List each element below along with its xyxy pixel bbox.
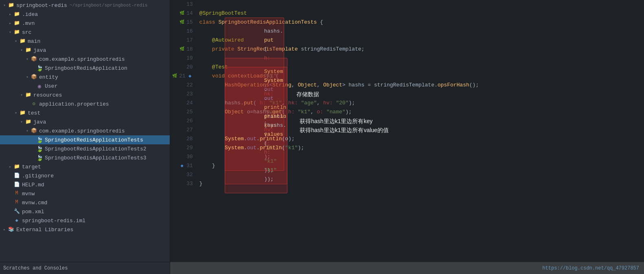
- arrow-icon: ▸: [7, 164, 13, 169]
- folder-icon: 📁: [24, 119, 32, 125]
- sidebar-label: External Libraries: [16, 227, 73, 233]
- folder-icon: 📁: [24, 47, 32, 53]
- sidebar-item-mvnwcmd[interactable]: M mvnw.cmd: [0, 198, 170, 207]
- folder-icon: 📁: [13, 29, 20, 35]
- arrow-icon: ▾: [13, 39, 19, 44]
- sidebar-item-gitignore[interactable]: 📄 .gitignore: [0, 171, 170, 180]
- code-line-28: System . out . println (o);: [199, 135, 641, 144]
- xml-icon: 🔧: [13, 208, 20, 215]
- arrow-icon: ▸: [7, 21, 13, 26]
- sidebar-label: mvnw: [22, 191, 35, 197]
- line-num-33: 33: [172, 179, 193, 188]
- sidebar-label: entity: [39, 74, 58, 80]
- keyword-span: class: [199, 18, 219, 27]
- bookmark-icon: ◈: [187, 73, 193, 79]
- code-line-13: [199, 0, 641, 9]
- cmd-icon: M: [13, 199, 20, 206]
- line-num-24: 24: [172, 99, 193, 108]
- sidebar-item-springboot-redis[interactable]: ▾ 📁 springboot-redis ~/springboot/spring…: [0, 1, 170, 10]
- line-num-14: 🌿 14: [172, 9, 193, 18]
- test3-icon: 🍃: [36, 155, 43, 161]
- sidebar-item-SpringbootRedisApplicationTests2[interactable]: 🍃 SpringbootRedisApplicationTests2: [0, 144, 170, 153]
- sidebar-item-SpringbootRedisApplication[interactable]: 🍃 SpringbootRedisApplication: [0, 64, 170, 73]
- sidebar-label: HELP.md: [22, 182, 44, 188]
- properties-icon: ⚙: [30, 101, 37, 107]
- sidebar-item-SpringbootRedisApplicationTests3[interactable]: 🍃 SpringbootRedisApplicationTests3: [0, 153, 170, 162]
- gutter-leaf-icon: 🌿: [172, 73, 177, 79]
- code-line-29: System . out . println ( "k1" );: [199, 144, 641, 152]
- scratches-and-consoles[interactable]: Scratches and Consoles: [0, 262, 170, 274]
- brace-span: {: [320, 18, 323, 27]
- line-num-19: 19: [172, 54, 193, 63]
- sidebar-label: .idea: [22, 11, 38, 18]
- package-icon: 📦: [30, 128, 37, 134]
- file-icon: 📄: [13, 172, 20, 179]
- folder-icon: 📁: [13, 11, 20, 18]
- sidebar-item-entity[interactable]: ▾ 📦 entity: [0, 73, 170, 82]
- code-content: 13 🌿 14 🌿 15 16 17 🌿 18 19 20 🌿: [170, 0, 644, 262]
- sidebar-label: java: [33, 47, 46, 53]
- sidebar-item-pomxml[interactable]: 🔧 pom.xml: [0, 207, 170, 216]
- line-num-22: 22: [172, 81, 193, 90]
- folder-icon: 📁: [24, 92, 32, 98]
- package-icon: 📦: [30, 56, 37, 62]
- sidebar-item-java-test[interactable]: ▾ 📁 java: [0, 117, 170, 126]
- code-line-27: System . out . println (hashs. values ( …: [199, 126, 641, 135]
- sidebar-item-com-example[interactable]: ▾ 📦 com.example.springbootredis: [0, 55, 170, 64]
- sidebar-item-User[interactable]: ◉ User: [0, 82, 170, 91]
- arrow-icon: ▾: [19, 48, 24, 53]
- line-numbers: 13 🌿 14 🌿 15 16 17 🌿 18 19 20 🌿: [170, 0, 196, 262]
- line-num-30: 30: [172, 152, 193, 161]
- sidebar-label: test: [28, 110, 40, 116]
- sidebar-item-idea[interactable]: ▸ 📁 .idea: [0, 10, 170, 19]
- gutter-leaf-icon: 🌿: [179, 20, 185, 25]
- sidebar-item-external-libraries[interactable]: ▸ 📚 External Libraries: [0, 225, 170, 234]
- sidebar-label: com.example.springbootredis: [39, 128, 125, 134]
- sidebar-label: src: [22, 29, 31, 35]
- sidebar-label: resources: [33, 92, 62, 98]
- sidebar-item-mvn[interactable]: ▸ 📁 .mvn: [0, 19, 170, 28]
- test2-icon: 🍃: [36, 146, 43, 152]
- gutter-leaf-icon: 🌿: [179, 11, 185, 16]
- sidebar-label: User: [45, 83, 57, 89]
- sidebar-item-iml[interactable]: ◆ springboot-redis.iml: [0, 216, 170, 225]
- sidebar-item-application-properties[interactable]: ⚙ application.properties: [0, 99, 170, 108]
- iml-icon: ◆: [13, 217, 20, 224]
- annotation-text-27: 获得hash里边k1里边所有value的值: [300, 126, 389, 135]
- sidebar-item-SpringbootRedisApplicationTests[interactable]: 🍃 SpringbootRedisApplicationTests: [0, 135, 170, 144]
- bookmark-icon: ◈: [179, 163, 185, 169]
- line-num-13: 13: [172, 0, 193, 9]
- folder-icon: 📁: [19, 38, 26, 44]
- folder-icon: 📁: [7, 2, 15, 9]
- annotation-text-23: 存储数据: [296, 90, 319, 99]
- code-lines: @SpringBootTest class SpringbootRedisApp…: [196, 0, 644, 262]
- arrow-icon: ▸: [7, 12, 13, 17]
- sidebar-item-help[interactable]: 📄 HELP.md: [0, 180, 170, 189]
- scratches-label: Scratches and Consoles: [3, 265, 68, 271]
- annotation-span: @SpringBootTest: [199, 9, 247, 18]
- class-icon: ◉: [36, 83, 43, 89]
- line-num-23: 23: [172, 90, 193, 99]
- file-icon: 📄: [13, 181, 20, 188]
- sidebar-item-src[interactable]: ▾ 📁 src: [0, 28, 170, 37]
- sidebar-label: springboot-redis: [16, 2, 67, 9]
- line-num-25: 25: [172, 108, 193, 117]
- highlighted-code-27: System . out . println (hashs. values ( …: [225, 67, 287, 193]
- test-icon: 🍃: [36, 137, 43, 143]
- sidebar-item-mvnw[interactable]: M mvnw: [0, 189, 170, 198]
- line-num-29: 29: [172, 144, 193, 152]
- arrow-icon: ▾: [24, 57, 30, 62]
- line-num-32: 32: [172, 170, 193, 179]
- sidebar-item-com-example-test[interactable]: ▾ 📦 com.example.springbootredis: [0, 126, 170, 135]
- sidebar-tree: ▾ 📁 springboot-redis ~/springboot/spring…: [0, 0, 170, 262]
- sidebar-label: mvnw.cmd: [22, 200, 47, 206]
- csdn-link: https://blog.csdn.net/qq_47927857: [542, 265, 639, 271]
- sidebar-item-target[interactable]: ▸ 📁 target: [0, 162, 170, 171]
- sidebar-item-main[interactable]: ▾ 📁 main: [0, 37, 170, 46]
- sidebar-label: SpringbootRedisApplicationTests3: [45, 155, 147, 161]
- sidebar-label: target: [22, 164, 41, 170]
- sidebar-item-java[interactable]: ▾ 📁 java: [0, 46, 170, 55]
- sidebar-item-test[interactable]: ▾ 📁 test: [0, 108, 170, 117]
- sidebar-item-resources[interactable]: ▾ 📁 resources: [0, 91, 170, 99]
- folder-icon: 📁: [13, 20, 20, 27]
